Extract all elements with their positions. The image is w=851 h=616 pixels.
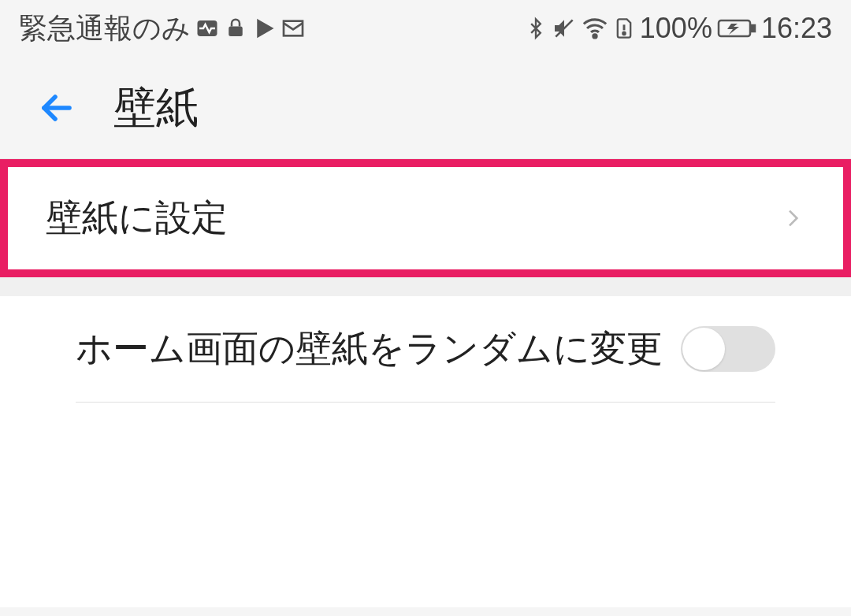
sim-alert-icon: [613, 14, 635, 43]
back-button[interactable]: [38, 89, 76, 127]
svg-rect-1: [229, 27, 243, 37]
mail-icon: [281, 16, 306, 41]
carrier-text: 緊急通報のみ: [19, 9, 191, 48]
svg-marker-2: [258, 20, 273, 36]
set-wallpaper-row[interactable]: 壁紙に設定: [0, 159, 851, 277]
wifi-icon: [582, 15, 608, 42]
svg-marker-10: [727, 24, 739, 35]
mute-icon: [552, 16, 577, 41]
settings-list: 壁紙に設定: [0, 159, 851, 277]
section-divider: [0, 277, 851, 296]
activity-icon: [195, 17, 219, 40]
play-icon: [252, 17, 276, 40]
empty-area: [0, 403, 851, 607]
set-wallpaper-label: 壁紙に設定: [46, 194, 228, 243]
clock-text: 16:23: [761, 12, 832, 45]
battery-icon: [717, 17, 756, 39]
header: 壁紙: [0, 57, 851, 159]
random-wallpaper-section: ホーム画面の壁紙をランダムに変更: [0, 296, 851, 403]
chevron-right-icon: [780, 206, 805, 231]
svg-rect-9: [752, 25, 755, 32]
random-wallpaper-label: ホーム画面の壁紙をランダムに変更: [76, 325, 663, 373]
status-bar-right: 100% 16:23: [525, 12, 832, 45]
status-bar-left: 緊急通報のみ: [19, 9, 306, 48]
random-wallpaper-toggle[interactable]: [681, 326, 775, 372]
page-title: 壁紙: [113, 80, 199, 137]
svg-point-7: [622, 32, 625, 35]
battery-percentage: 100%: [640, 12, 712, 45]
toggle-knob: [682, 328, 725, 370]
status-bar: 緊急通報のみ 100% 16:23: [0, 0, 851, 57]
random-wallpaper-row[interactable]: ホーム画面の壁紙をランダムに変更: [76, 296, 775, 403]
svg-point-5: [593, 35, 596, 38]
lock-icon: [224, 17, 247, 40]
bluetooth-icon: [525, 14, 547, 43]
